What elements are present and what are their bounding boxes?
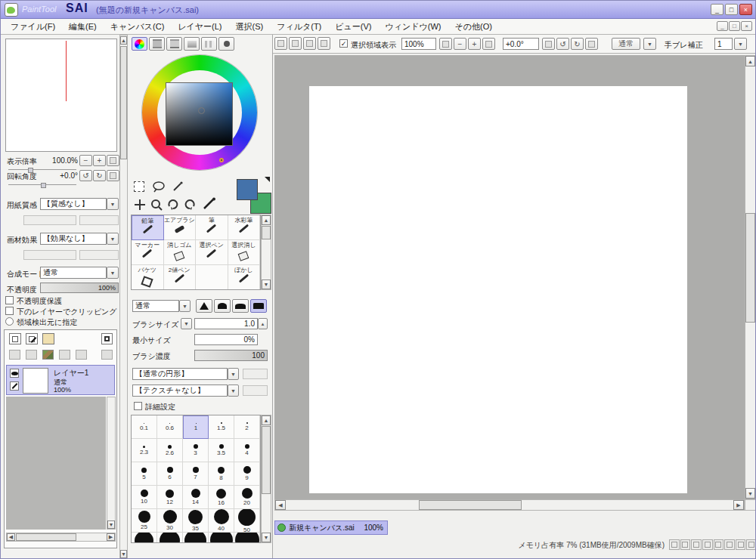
scroll-left-icon[interactable]: ◀: [7, 533, 15, 541]
brush-size-16[interactable]: 16: [209, 486, 234, 509]
scroll-thumb[interactable]: [745, 213, 755, 323]
view-mode-dropdown-icon[interactable]: ▼: [643, 38, 656, 50]
flip-view-button[interactable]: [585, 38, 598, 50]
canvas-horizontal-scrollbar[interactable]: ◀ ▶: [274, 499, 745, 511]
scroll-down-icon[interactable]: ▼: [745, 488, 755, 499]
brush-density-slider[interactable]: 100: [194, 350, 268, 361]
eyedropper-tool[interactable]: [202, 197, 217, 211]
zoom-reset-button[interactable]: [439, 38, 452, 50]
canvas-vertical-scrollbar[interactable]: ▲ ▼: [745, 55, 756, 499]
tool-筆[interactable]: 筆: [196, 215, 228, 240]
brush-texture-dropdown-icon[interactable]: ▼: [228, 385, 239, 397]
zoom-fit-button[interactable]: [482, 38, 495, 50]
tab-color-mixer[interactable]: [184, 37, 200, 51]
scroll-up-icon[interactable]: ▲: [262, 215, 271, 225]
stabilizer-value-field[interactable]: 1: [714, 38, 733, 50]
edge-shape-flat-button[interactable]: [250, 299, 267, 313]
rotate-ccw-button[interactable]: ↺: [556, 38, 569, 50]
menu-item-5[interactable]: 選択(S): [229, 19, 271, 35]
selection-op-button-1[interactable]: [274, 37, 287, 50]
brush-size-slider[interactable]: 1.0: [194, 318, 258, 329]
paper-texture-dropdown-icon[interactable]: ▼: [107, 198, 119, 210]
brush-size-20[interactable]: 20: [234, 486, 260, 509]
paint-effects-icon[interactable]: [101, 333, 113, 344]
brush-size-35[interactable]: 35: [183, 509, 209, 533]
scroll-up-icon[interactable]: ▲: [745, 56, 755, 66]
selection-op-button-3[interactable]: [303, 37, 316, 50]
canvas-angle-field[interactable]: +0.0°: [503, 38, 539, 50]
brush-size-80[interactable]: 80: [183, 533, 209, 543]
brush-edge-select[interactable]: 通常: [132, 300, 179, 312]
swap-colors-icon[interactable]: [265, 177, 270, 182]
brush-shape-dropdown-icon[interactable]: ▼: [228, 368, 239, 380]
tool-grid-scrollbar[interactable]: ▲ ▼: [261, 215, 271, 290]
scroll-thumb[interactable]: [120, 46, 127, 159]
tab-color-wheel[interactable]: [132, 37, 147, 51]
minimize-button[interactable]: _: [711, 4, 723, 15]
menu-item-1[interactable]: ファイル(F): [4, 19, 62, 35]
layer-item-row[interactable]: レイヤー1 通常 100%: [6, 365, 115, 395]
canvas-document[interactable]: [309, 86, 687, 493]
magic-wand-tool[interactable]: [172, 181, 184, 193]
edge-shape-round-button[interactable]: [214, 299, 231, 313]
angle-reset-button[interactable]: [542, 38, 555, 50]
brush-size-stepper[interactable]: ▲: [258, 318, 268, 329]
brush-size-8[interactable]: 8: [209, 462, 234, 486]
layer-misc-icon[interactable]: [101, 350, 113, 360]
menu-item-4[interactable]: レイヤー(L): [171, 19, 228, 35]
menu-item-6[interactable]: フィルタ(T): [270, 19, 328, 35]
move-tool[interactable]: [134, 199, 146, 211]
mdi-close-button[interactable]: ×: [741, 21, 752, 31]
saturation-value-square[interactable]: [166, 82, 233, 146]
brush-size-4[interactable]: 4: [234, 439, 260, 462]
brush-size-5[interactable]: 5: [132, 462, 157, 486]
brush-size-70[interactable]: 70: [157, 533, 183, 543]
maximize-button[interactable]: □: [725, 4, 738, 15]
opacity-slider[interactable]: 100%: [40, 283, 119, 293]
rotate-view-tool[interactable]: [167, 199, 179, 211]
blend-mode-select[interactable]: 通常: [40, 267, 107, 279]
scroll-up-icon[interactable]: ▲: [262, 415, 271, 425]
scroll-down-icon[interactable]: ▼: [262, 280, 271, 289]
brush-size-6[interactable]: 6: [157, 462, 183, 486]
delete-layer-icon[interactable]: [76, 350, 87, 360]
tool-鉛筆[interactable]: 鉛筆: [132, 215, 164, 240]
size-grid-scrollbar[interactable]: ▲ ▼: [261, 415, 271, 543]
new-layer-icon[interactable]: [9, 333, 21, 344]
edge-shape-hard-button[interactable]: [196, 299, 212, 313]
sv-cursor[interactable]: [198, 107, 205, 114]
new-folder-icon[interactable]: [42, 333, 54, 344]
scroll-down-icon[interactable]: ▼: [262, 533, 271, 542]
left-panel-scrollbar[interactable]: ▲ ▼: [119, 35, 128, 559]
scroll-right-icon[interactable]: ▶: [733, 500, 744, 510]
brush-size-14[interactable]: 14: [183, 486, 209, 509]
layer-list-horizontal-scrollbar[interactable]: ◀ ▶: [6, 533, 116, 542]
tool-バケツ[interactable]: バケツ: [132, 265, 164, 290]
tab-swatches[interactable]: [201, 37, 217, 51]
scroll-down-icon[interactable]: ▼: [120, 550, 127, 558]
brush-size-9[interactable]: 9: [234, 462, 260, 486]
selection-op-button-2[interactable]: [289, 37, 302, 50]
merge-down-icon[interactable]: [26, 350, 37, 360]
zoom-out-button[interactable]: −: [79, 155, 92, 166]
brush-size-25[interactable]: 25: [132, 509, 157, 533]
effect-select[interactable]: 【効果なし】: [40, 233, 107, 245]
mdi-minimize-button[interactable]: _: [717, 21, 728, 31]
brush-edge-dropdown-icon[interactable]: ▼: [179, 300, 191, 312]
brush-size-0.6[interactable]: 0.6: [157, 415, 183, 439]
transfer-down-icon[interactable]: [9, 350, 20, 360]
scroll-down-icon[interactable]: ▼: [107, 520, 115, 529]
tab-rgb-sliders[interactable]: [149, 37, 165, 51]
tool-2値ペン[interactable]: 2値ペン: [164, 265, 197, 290]
brush-size-2.6[interactable]: 2.6: [157, 439, 183, 462]
tool-選択ペン[interactable]: 選択ペン: [196, 240, 228, 265]
tool-水彩筆[interactable]: 水彩筆: [228, 215, 261, 240]
zoom-tool[interactable]: [150, 199, 163, 211]
brush-size-2[interactable]: 2: [234, 415, 260, 439]
brush-size-1[interactable]: 1: [183, 415, 209, 439]
brush-size-30[interactable]: 30: [157, 509, 183, 533]
brush-size-90[interactable]: 90: [209, 533, 234, 543]
tab-scratchpad[interactable]: [218, 37, 234, 51]
navigator-angle-slider-thumb[interactable]: [41, 183, 46, 188]
brush-size-2.3[interactable]: 2.3: [132, 439, 157, 462]
